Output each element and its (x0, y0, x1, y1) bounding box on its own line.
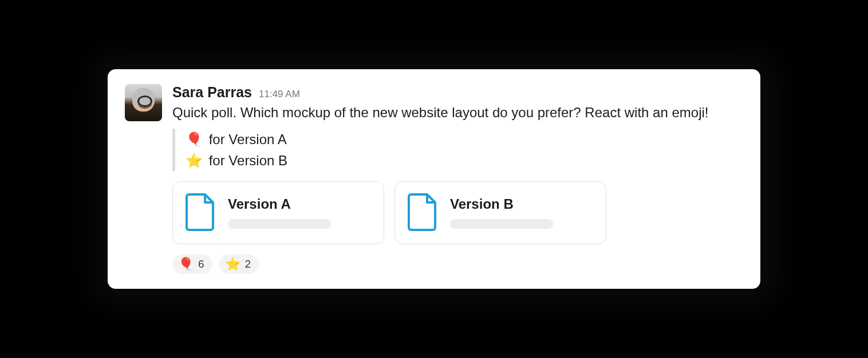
attachment-title: Version A (228, 196, 371, 212)
poll-options: 🎈 for Version A ⭐ for Version B (172, 129, 743, 171)
timestamp: 11:49 AM (259, 89, 300, 100)
file-icon (186, 193, 215, 231)
reactions: 🎈 6 ⭐ 2 (172, 254, 743, 274)
reaction-balloon[interactable]: 🎈 6 (172, 254, 212, 274)
attachment-card[interactable]: Version A (172, 181, 384, 244)
poll-option-label: for Version B (209, 153, 287, 168)
file-icon (408, 193, 437, 231)
reaction-star[interactable]: ⭐ 2 (219, 254, 259, 274)
attachments: Version A Version B (172, 181, 743, 244)
avatar[interactable] (125, 84, 162, 121)
attachment-meta-placeholder (228, 219, 331, 229)
poll-option: 🎈 for Version A (186, 129, 743, 150)
attachment-meta-placeholder (450, 219, 553, 229)
poll-option: ⭐ for Version B (186, 150, 743, 171)
message-body: Quick poll. Which mockup of the new webs… (172, 103, 743, 123)
balloon-icon: 🎈 (186, 129, 203, 150)
reaction-count: 6 (198, 258, 204, 271)
star-icon: ⭐ (186, 150, 203, 171)
message-header: Sara Parras 11:49 AM (172, 84, 743, 101)
star-icon: ⭐ (225, 257, 240, 272)
message-card: Sara Parras 11:49 AM Quick poll. Which m… (108, 69, 760, 289)
attachment-card[interactable]: Version B (394, 181, 606, 244)
message-content: Sara Parras 11:49 AM Quick poll. Which m… (172, 84, 743, 274)
reaction-count: 2 (245, 258, 251, 271)
balloon-icon: 🎈 (178, 257, 194, 272)
attachment-info: Version A (228, 196, 371, 229)
attachment-title: Version B (450, 196, 593, 212)
attachment-info: Version B (450, 196, 593, 229)
author-name[interactable]: Sara Parras (172, 84, 252, 101)
poll-option-label: for Version A (209, 132, 287, 147)
